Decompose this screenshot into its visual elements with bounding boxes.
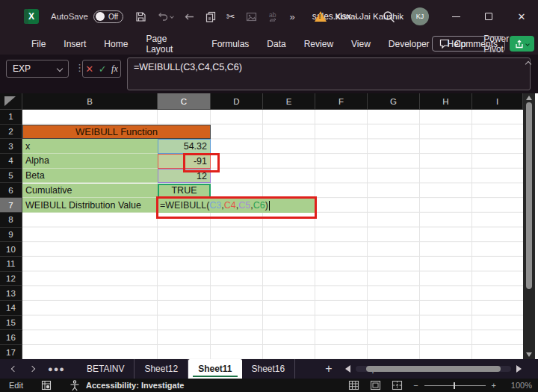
hscroll-right-icon[interactable] [516,365,522,373]
sheet-tab-sheet16[interactable]: Sheet16 [242,359,296,379]
autosave-toggle[interactable]: Off [93,10,123,23]
zoom-slider[interactable]: − + [413,381,496,390]
vertical-scrollbar[interactable] [523,93,535,359]
column-header-F[interactable]: F [315,93,368,110]
row-header-17[interactable]: 17 [0,345,22,360]
maximize-button[interactable] [472,0,505,33]
next-sheet-icon[interactable] [29,366,35,372]
column-header-H[interactable]: H [420,93,472,110]
name-box-dropdown-icon[interactable] [57,66,63,72]
row-header-13[interactable]: 13 [0,286,22,301]
cell-B6-label[interactable]: Cumulative [22,184,158,199]
annotation-box-formula [156,196,317,219]
row-header-10[interactable]: 10 [0,242,22,257]
sheet-tab-sheet11[interactable]: Sheet11 [188,359,241,379]
share-button[interactable] [510,36,534,52]
normal-view-icon[interactable] [348,380,359,391]
select-all-corner[interactable] [0,93,22,110]
zoom-track[interactable] [424,385,486,386]
page-break-view-icon[interactable] [392,380,403,391]
zoom-thumb[interactable] [454,382,455,389]
add-sheet-button[interactable]: + [325,362,332,376]
menu-item-insert[interactable]: Insert [55,39,95,49]
horizontal-scrollbar[interactable] [345,365,522,373]
gridline [315,110,315,359]
zoom-out-icon[interactable]: − [413,381,418,390]
cell-B7-label[interactable]: WEIBULL Distribution Value [22,198,158,213]
column-header-C[interactable]: C [158,93,211,110]
zoom-in-icon[interactable]: + [492,381,496,390]
accessibility-button[interactable] [69,380,80,391]
all-sheets-button[interactable]: ●●● [48,364,65,373]
copy-icon[interactable] [205,11,216,22]
cell-C3-value[interactable]: 54.32 [158,139,211,154]
more-commands-button[interactable]: » [290,11,296,22]
row-header-14[interactable]: 14 [0,301,22,316]
menu-item-file[interactable]: File [22,39,55,49]
close-button[interactable]: ✕ [505,0,538,33]
column-header-E[interactable]: E [263,93,315,110]
row-header-1[interactable]: 1 [0,110,22,125]
menu-item-review[interactable]: Review [295,39,342,49]
menu-item-home[interactable]: Home [95,39,137,49]
cell-B2-title[interactable]: WEIBULL Function [22,125,211,140]
cell-B5-label[interactable]: Beta [22,169,158,184]
menu-item-page-layout[interactable]: Page Layout [137,34,202,55]
cells-area[interactable]: WEIBULL Functionx54.32Alpha-91Beta12Cumu… [22,110,523,359]
translate-icon[interactable]: ab [268,11,279,22]
sheet-tab-betainv[interactable]: BETAINV [77,359,134,379]
accessibility-status[interactable]: Accessibility: Investigate [86,381,184,390]
user-name[interactable]: Kunal Jai Kaushik [336,12,404,21]
column-header-D[interactable]: D [211,93,263,110]
insert-function-button[interactable]: fx [111,63,118,75]
column-header-B[interactable]: B [22,93,158,110]
row-header-11[interactable]: 11 [0,257,22,272]
sheet-tab-sheet12[interactable]: Sheet12 [134,359,188,379]
cancel-entry-button[interactable]: ✕ [85,63,93,75]
autosave-control[interactable]: AutoSave Off [51,10,123,23]
cell-B3-label[interactable]: x [22,139,158,154]
name-box[interactable]: EXP [6,60,69,78]
horizontal-scroll-thumb[interactable] [366,366,501,372]
gridline [419,110,420,359]
column-header-G[interactable]: G [368,93,420,110]
excel-app-icon[interactable]: X [24,9,39,24]
avatar[interactable]: KJ [411,7,429,25]
minimize-button[interactable] [439,0,472,33]
row-header-5[interactable]: 5 [0,169,22,184]
comments-button[interactable]: Comments [432,36,505,52]
page-layout-view-icon[interactable] [370,380,381,391]
menu-item-data[interactable]: Data [258,39,294,49]
row-header-9[interactable]: 9 [0,228,22,243]
undo-dropdown-icon[interactable] [170,14,174,19]
zoom-level[interactable]: 100% [507,381,532,390]
scroll-down-icon[interactable] [526,352,532,357]
row-header-15[interactable]: 15 [0,316,22,331]
vertical-scroll-thumb[interactable] [526,102,532,289]
formula-input[interactable]: =WEIBULL(C3,C4,C5,C6) [127,57,531,90]
menu-item-formulas[interactable]: Formulas [202,39,258,49]
row-header-12[interactable]: 12 [0,272,22,287]
column-header-I[interactable]: I [472,93,523,110]
menu-item-view[interactable]: View [342,39,380,49]
hscroll-left-icon[interactable] [345,365,350,373]
row-header-16[interactable]: 16 [0,331,22,346]
save-icon[interactable] [135,11,146,22]
picture-icon[interactable] [246,12,257,22]
row-header-3[interactable]: 3 [0,139,22,154]
enter-entry-button[interactable]: ✓ [99,63,107,75]
undo-button[interactable] [157,11,173,22]
cell-B4-label[interactable]: Alpha [22,154,158,169]
prev-sheet-icon[interactable] [11,366,17,372]
back-arrow-icon[interactable] [184,12,195,22]
warning-icon[interactable] [315,11,327,22]
cut-icon[interactable]: ✂ [226,10,235,22]
macro-record-button[interactable] [41,380,52,391]
scroll-up-icon[interactable] [526,96,532,100]
row-header-4[interactable]: 4 [0,154,22,169]
menu-item-developer[interactable]: Developer [380,39,439,49]
row-header-7[interactable]: 7 [0,198,22,213]
row-header-2[interactable]: 2 [0,125,22,140]
row-header-8[interactable]: 8 [0,213,22,228]
row-header-6[interactable]: 6 [0,184,22,199]
